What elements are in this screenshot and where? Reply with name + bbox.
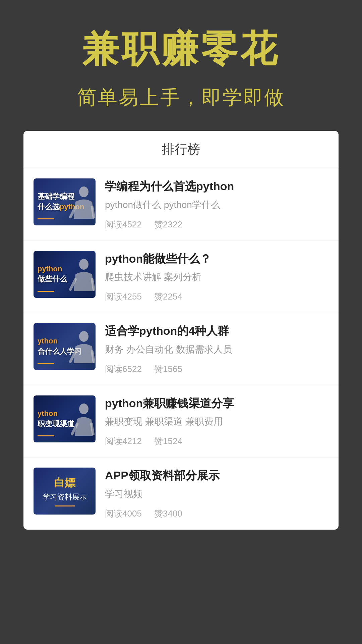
item-likes-1: 赞2322 [154,219,182,229]
item-content-1: 学编程为什么首选python python做什么 python学什么 阅读452… [105,178,328,230]
item-tags-5: 学习视频 [105,487,328,501]
item-thumbnail-2: python 做些什么 [34,251,96,298]
item-content-3: 适合学python的4种人群 财务 办公自动化 数据需求人员 阅读6522 赞1… [105,323,328,375]
figure-icon-1 [65,185,96,225]
svg-point-0 [79,186,88,197]
item-tags-1: python做什么 python学什么 [105,198,328,212]
item-thumbnail-5: 白嫖 学习资料展示 [34,468,96,515]
item-stats-4: 阅读4212 赞1524 [105,435,328,447]
list-item[interactable]: ython 合什么人学习 适合学python的4种人群 财务 办公自动化 数据需… [23,313,339,385]
item-thumbnail-3: ython 合什么人学习 [34,323,96,370]
item-reads-5: 阅读4005 [105,508,142,519]
thumb-big-5: 白嫖 [54,476,75,490]
item-reads-3: 阅读6522 [105,364,142,374]
item-likes-3: 赞1565 [154,364,182,374]
item-title-2: python能做些什么？ [105,251,328,267]
item-tags-2: 爬虫技术讲解 案列分析 [105,270,328,284]
svg-point-9 [79,404,88,414]
item-thumbnail-4: ython 职变现渠道 [34,395,96,442]
list-item[interactable]: 白嫖 学习资料展示 APP领取资料部分展示 学习视频 阅读4005 赞3400 [23,458,339,530]
item-content-5: APP领取资料部分展示 学习视频 阅读4005 赞3400 [105,468,328,520]
svg-line-11 [92,424,93,434]
thumb-line2-2: 做些什么 [38,274,67,285]
item-title-3: 适合学python的4种人群 [105,323,328,339]
item-likes-5: 赞3400 [154,508,182,519]
ranking-card: 排行榜 基础学编程 什么选python 学编程为什么首选python pytho [23,131,339,530]
list-item[interactable]: 基础学编程 什么选python 学编程为什么首选python python做什么… [23,168,339,241]
item-stats-2: 阅读4255 赞2254 [105,291,328,303]
item-likes-4: 赞1524 [154,436,182,446]
item-reads-1: 阅读4522 [105,219,142,229]
item-stats-5: 阅读4005 赞3400 [105,508,328,520]
item-tags-4: 兼职变现 兼职渠道 兼职费用 [105,415,328,429]
ranking-list: 基础学编程 什么选python 学编程为什么首选python python做什么… [23,168,339,530]
item-title-4: python兼职赚钱渠道分享 [105,395,328,412]
item-content-4: python兼职赚钱渠道分享 兼职变现 兼职渠道 兼职费用 阅读4212 赞15… [105,395,328,447]
figure-icon-3 [65,330,96,370]
thumb-sub-5: 学习资料展示 [43,492,87,502]
item-reads-4: 阅读4212 [105,436,142,446]
item-tags-3: 财务 办公自动化 数据需求人员 [105,342,328,357]
list-item[interactable]: ython 职变现渠道 python兼职赚钱渠道分享 兼职变现 兼职渠道 兼职费… [23,385,339,458]
svg-line-2 [92,207,94,217]
thumb-line1-2: python [38,264,67,274]
figure-icon-2 [65,258,96,298]
svg-line-5 [92,279,94,289]
item-stats-3: 阅读6522 赞1565 [105,363,328,375]
figure-icon-4 [65,402,96,442]
hero-subtitle: 简单易上手，即学即做 [13,85,349,111]
hero-section: 兼职赚零花 简单易上手，即学即做 [0,0,362,131]
item-likes-2: 赞2254 [154,291,182,302]
item-thumbnail-1: 基础学编程 什么选python [34,178,96,225]
svg-point-6 [79,331,88,342]
list-item[interactable]: python 做些什么 python能做些什么？ 爬虫技术讲解 案列分析 阅读4… [23,241,339,313]
item-content-2: python能做些什么？ 爬虫技术讲解 案列分析 阅读4255 赞2254 [105,251,328,303]
item-reads-2: 阅读4255 [105,291,142,302]
item-stats-1: 阅读4522 赞2322 [105,219,328,230]
svg-line-8 [92,352,94,362]
ranking-header: 排行榜 [23,131,339,168]
hero-title: 兼职赚零花 [13,27,349,71]
item-title-5: APP领取资料部分展示 [105,468,328,484]
svg-point-3 [79,259,88,270]
item-title-1: 学编程为什么首选python [105,178,328,195]
